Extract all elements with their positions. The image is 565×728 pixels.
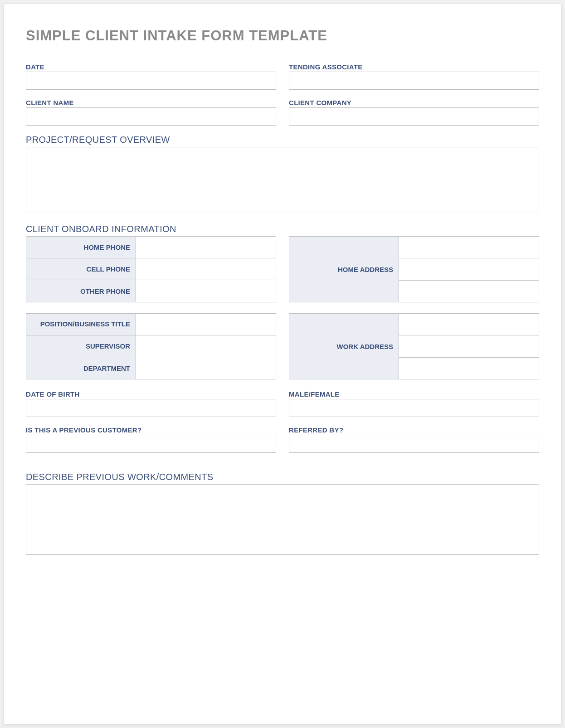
date-label: DATE (26, 63, 276, 71)
supervisor-input[interactable] (136, 335, 276, 357)
row-date-associate: DATE TENDING ASSOCIATE (26, 63, 539, 90)
home-address-table: HOME ADDRESS (289, 236, 539, 302)
table-row: DEPARTMENT (26, 357, 276, 379)
dob-input[interactable] (26, 399, 276, 417)
cell-phone-label: CELL PHONE (26, 258, 136, 280)
work-address-table: WORK ADDRESS (289, 313, 539, 379)
row-dob-gender: DATE OF BIRTH MALE/FEMALE (26, 390, 539, 417)
onboard-phones-address: HOME PHONE CELL PHONE OTHER PHONE HOME A… (26, 236, 539, 302)
form-page: SIMPLE CLIENT INTAKE FORM TEMPLATE DATE … (4, 4, 561, 724)
project-overview-textarea[interactable] (26, 147, 539, 212)
home-address-line1-input[interactable] (399, 237, 539, 258)
other-phone-input[interactable] (136, 280, 276, 302)
gender-input[interactable] (289, 399, 539, 417)
work-address-line1-input[interactable] (399, 314, 539, 335)
previous-customer-label: IS THIS A PREVIOUS CUSTOMER? (26, 426, 276, 434)
previous-customer-input[interactable] (26, 435, 276, 453)
work-address-label: WORK ADDRESS (289, 314, 399, 379)
supervisor-label: SUPERVISOR (26, 335, 136, 357)
describe-previous-heading: DESCRIBE PREVIOUS WORK/COMMENTS (26, 472, 539, 482)
home-phone-label: HOME PHONE (26, 237, 136, 258)
home-phone-input[interactable] (136, 237, 276, 258)
dob-label: DATE OF BIRTH (26, 390, 276, 398)
client-company-input[interactable] (289, 107, 539, 126)
table-row: SUPERVISOR (26, 335, 276, 357)
client-onboard-heading: CLIENT ONBOARD INFORMATION (26, 224, 539, 234)
client-name-input[interactable] (26, 107, 276, 126)
client-company-label: CLIENT COMPANY (289, 99, 539, 107)
work-address-line3-input[interactable] (399, 358, 539, 379)
table-row: POSITION/BUSINESS TITLE (26, 314, 276, 335)
tending-associate-input[interactable] (289, 72, 539, 90)
home-address-line3-input[interactable] (399, 281, 539, 302)
table-row: CELL PHONE (26, 258, 276, 280)
tending-associate-label: TENDING ASSOCIATE (289, 63, 539, 71)
referred-by-label: REFERRED BY? (289, 426, 539, 434)
describe-previous-textarea[interactable] (26, 484, 539, 555)
date-input[interactable] (26, 72, 276, 90)
position-label: POSITION/BUSINESS TITLE (26, 314, 136, 335)
phones-table: HOME PHONE CELL PHONE OTHER PHONE (26, 236, 276, 302)
department-label: DEPARTMENT (26, 357, 136, 379)
position-input[interactable] (136, 314, 276, 335)
form-title: SIMPLE CLIENT INTAKE FORM TEMPLATE (26, 28, 539, 44)
row-client: CLIENT NAME CLIENT COMPANY (26, 99, 539, 126)
work-table: POSITION/BUSINESS TITLE SUPERVISOR DEPAR… (26, 313, 276, 379)
work-address-line2-input[interactable] (399, 335, 539, 357)
cell-phone-input[interactable] (136, 258, 276, 280)
other-phone-label: OTHER PHONE (26, 280, 136, 302)
department-input[interactable] (136, 357, 276, 379)
row-previous-referred: IS THIS A PREVIOUS CUSTOMER? REFERRED BY… (26, 426, 539, 453)
project-overview-heading: PROJECT/REQUEST OVERVIEW (26, 135, 539, 145)
gender-label: MALE/FEMALE (289, 390, 539, 398)
referred-by-input[interactable] (289, 435, 539, 453)
onboard-work-address: POSITION/BUSINESS TITLE SUPERVISOR DEPAR… (26, 313, 539, 379)
table-row: HOME PHONE (26, 237, 276, 258)
table-row: OTHER PHONE (26, 280, 276, 302)
client-name-label: CLIENT NAME (26, 99, 276, 107)
home-address-line2-input[interactable] (399, 258, 539, 280)
home-address-label: HOME ADDRESS (289, 237, 399, 302)
